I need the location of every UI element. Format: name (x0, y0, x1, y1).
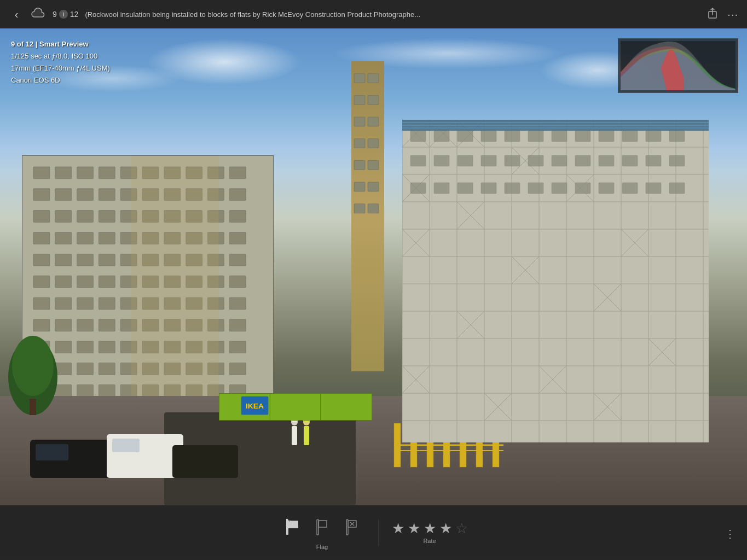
bottom-toolbar: Flag ★ ★ ★ ★ ☆ Rate ⋮ (0, 505, 747, 560)
svg-rect-214 (599, 183, 614, 194)
svg-rect-272 (286, 519, 288, 520)
star-2-button[interactable]: ★ (408, 521, 420, 535)
svg-rect-230 (368, 139, 379, 148)
svg-rect-196 (458, 155, 473, 166)
svg-rect-190 (599, 131, 614, 142)
svg-rect-95 (99, 363, 115, 375)
svg-rect-71 (229, 298, 246, 310)
tree-left (5, 333, 60, 415)
svg-rect-54 (77, 276, 94, 288)
svg-rect-257 (292, 426, 297, 445)
photo-title: (Rockwool insulation being installed to … (85, 10, 700, 19)
svg-rect-256 (112, 439, 140, 452)
svg-rect-194 (410, 155, 426, 166)
cloud-icon (31, 8, 46, 21)
share-button[interactable] (707, 7, 719, 22)
svg-rect-232 (368, 160, 379, 170)
star-5-button[interactable]: ☆ (455, 521, 468, 535)
svg-rect-217 (669, 183, 685, 194)
svg-rect-12 (33, 189, 50, 201)
star-3-button[interactable]: ★ (424, 521, 436, 535)
svg-rect-91 (229, 341, 246, 353)
svg-rect-123 (402, 120, 709, 442)
top-actions: ··· (707, 7, 738, 22)
svg-rect-186 (505, 131, 520, 142)
svg-rect-193 (669, 131, 685, 142)
svg-rect-222 (351, 61, 384, 371)
svg-rect-259 (304, 426, 309, 445)
svg-rect-229 (354, 139, 365, 148)
svg-rect-226 (368, 95, 379, 104)
svg-text:IKEA: IKEA (246, 402, 264, 410)
top-bar: ‹ 9 i 12 (Rockwool insulation being inst… (0, 0, 747, 28)
svg-rect-235 (354, 204, 365, 213)
svg-rect-24 (77, 211, 94, 223)
flag-section: Flag (280, 515, 365, 550)
svg-rect-225 (354, 95, 365, 104)
svg-rect-34 (77, 232, 94, 244)
svg-rect-197 (481, 155, 496, 166)
svg-rect-234 (368, 182, 379, 191)
flag-unflag-button[interactable] (309, 515, 335, 539)
meta-focal: 17mm (EF17-40mm ƒ/4L USM) (11, 62, 110, 74)
svg-rect-22 (33, 211, 50, 223)
svg-rect-3 (55, 167, 72, 179)
svg-rect-4 (77, 167, 94, 179)
svg-rect-185 (481, 131, 496, 142)
meta-exposure: 1/125 sec at ƒ/8.0, ISO 100 (11, 50, 110, 62)
svg-rect-200 (552, 155, 567, 166)
svg-rect-254 (172, 445, 238, 478)
svg-rect-206 (410, 183, 426, 194)
svg-rect-14 (77, 189, 94, 201)
info-badge: i (59, 10, 68, 19)
svg-rect-101 (229, 363, 246, 375)
svg-rect-212 (552, 183, 567, 194)
svg-rect-201 (575, 155, 590, 166)
svg-rect-233 (354, 182, 365, 191)
svg-rect-224 (368, 74, 379, 83)
svg-rect-105 (99, 384, 115, 396)
svg-rect-41 (229, 232, 246, 244)
svg-rect-63 (55, 298, 72, 310)
star-4-button[interactable]: ★ (439, 521, 452, 535)
svg-rect-25 (99, 211, 115, 223)
svg-rect-211 (528, 183, 543, 194)
flag-pick-button[interactable] (280, 515, 306, 539)
star-1-button[interactable]: ★ (392, 521, 404, 535)
svg-rect-205 (669, 155, 685, 166)
svg-rect-188 (552, 131, 567, 142)
back-button[interactable]: ‹ (9, 8, 24, 21)
histogram-canvas (621, 41, 736, 90)
svg-rect-45 (99, 254, 115, 266)
svg-rect-213 (575, 183, 590, 194)
svg-rect-184 (458, 131, 473, 142)
central-tower (351, 61, 384, 371)
photo-counter: 9 i 12 (53, 10, 78, 19)
svg-rect-81 (229, 319, 246, 331)
svg-rect-15 (99, 189, 115, 201)
photo-metadata: 9 of 12 | Smart Preview 1/125 sec at ƒ/8… (11, 38, 110, 86)
flag-reject-button[interactable] (339, 515, 365, 539)
meta-count: 9 of 12 | Smart Preview (11, 38, 110, 50)
svg-rect-231 (354, 160, 365, 170)
svg-rect-191 (622, 131, 638, 142)
svg-rect-195 (434, 155, 449, 166)
svg-rect-94 (77, 363, 94, 375)
svg-rect-202 (599, 155, 614, 166)
more-options-bottom-button[interactable]: ⋮ (725, 527, 736, 540)
svg-rect-215 (622, 183, 638, 194)
svg-rect-42 (33, 254, 50, 266)
svg-rect-44 (77, 254, 94, 266)
svg-rect-64 (77, 298, 94, 310)
site-container: IKEA (219, 393, 372, 421)
more-options-button[interactable]: ··· (727, 8, 738, 21)
svg-rect-209 (481, 183, 496, 194)
svg-rect-271 (286, 520, 288, 535)
svg-rect-199 (528, 155, 543, 166)
svg-rect-198 (505, 155, 520, 166)
svg-rect-183 (434, 131, 449, 142)
svg-rect-73 (55, 319, 72, 331)
rate-label: Rate (423, 538, 436, 544)
svg-rect-35 (99, 232, 115, 244)
svg-rect-72 (33, 319, 50, 331)
